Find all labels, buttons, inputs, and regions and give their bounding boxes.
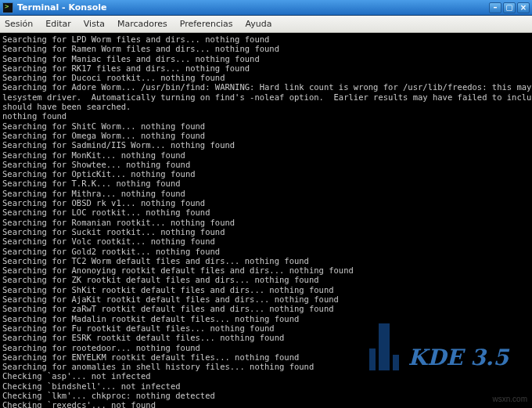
terminal-line: Searching for Gold2 rootkit... nothing f… bbox=[2, 247, 530, 256]
terminal-line: Searching for Fu rootkit default files..… bbox=[2, 323, 530, 333]
terminal-line: Searching for LPD Worm files and dirs...… bbox=[2, 34, 530, 44]
menu-session[interactable]: Sesión bbox=[5, 19, 33, 29]
terminal-output[interactable]: Searching for LPD Worm files and dirs...… bbox=[0, 33, 532, 408]
minimize-button[interactable]: – bbox=[489, 2, 501, 13]
terminal-line: Searching for Showtee... nothing found bbox=[2, 160, 530, 169]
terminal-line: Searching for zaRwT rootkit default file… bbox=[2, 304, 530, 313]
terminal-line: Checking `asp'... not infected bbox=[2, 371, 530, 381]
terminal-line: Searching for ENYELKM rootkit default fi… bbox=[2, 352, 530, 362]
maximize-button[interactable]: ▢ bbox=[503, 2, 516, 13]
terminal-line: Searching for AjaKit rootkit default fil… bbox=[2, 294, 530, 304]
terminal-line: lesystem driver. Automatically turning o… bbox=[2, 92, 530, 102]
terminal-icon bbox=[2, 2, 13, 13]
terminal-line: Checking `rexedcs'... not found bbox=[2, 400, 530, 408]
menu-preferences[interactable]: Preferencias bbox=[180, 19, 233, 29]
menu-bookmarks[interactable]: Marcadores bbox=[117, 19, 167, 29]
terminal-line: Checking `lkm'... chkproc: nothing detec… bbox=[2, 391, 530, 400]
terminal-line: Searching for Romanian rootkit... nothin… bbox=[2, 218, 530, 227]
terminal-line: Searching for Sadmind/IIS Worm... nothin… bbox=[2, 140, 530, 150]
terminal-line: Searching for Madalin rootkit default fi… bbox=[2, 314, 530, 323]
terminal-line: Searching for MonKit... nothing found bbox=[2, 150, 530, 160]
terminal-line: Searching for Adore Worm... /usr/bin/fin… bbox=[2, 82, 530, 92]
terminal-line: Searching for Omega Worm... nothing foun… bbox=[2, 131, 530, 140]
terminal-line: Searching for LOC rootkit... nothing fou… bbox=[2, 208, 530, 217]
terminal-line: Searching for Maniac files and dirs... n… bbox=[2, 54, 530, 63]
menu-view[interactable]: Vista bbox=[84, 19, 105, 29]
terminal-line: Searching for RK17 files and dirs... not… bbox=[2, 63, 530, 73]
terminal-line: Searching for Ramen Worm files and dirs.… bbox=[2, 44, 530, 53]
terminal-line: Checking `bindshell'... not infected bbox=[2, 381, 530, 391]
terminal-line: nothing found bbox=[2, 111, 530, 121]
terminal-line: Searching for OBSD rk v1... nothing foun… bbox=[2, 198, 530, 208]
terminal-line: Searching for Ducoci rootkit... nothing … bbox=[2, 73, 530, 82]
terminal-line: Searching for anomalies in shell history… bbox=[2, 362, 530, 371]
menubar: Sesión Editar Vista Marcadores Preferenc… bbox=[0, 16, 532, 33]
terminal-line: Searching for OpticKit... nothing found bbox=[2, 169, 530, 179]
window-title: Terminal - Konsole bbox=[17, 2, 106, 13]
terminal-line: Searching for Anonoying rootkit default … bbox=[2, 265, 530, 275]
menu-edit[interactable]: Editar bbox=[45, 19, 71, 29]
terminal-line: Searching for rootedoor... nothing found bbox=[2, 343, 530, 352]
terminal-line: should have been searched. bbox=[2, 102, 530, 111]
close-button[interactable]: × bbox=[517, 2, 530, 13]
terminal-line: Searching for ShKit rootkit default file… bbox=[2, 285, 530, 294]
terminal-line: Searching for T.R.K... nothing found bbox=[2, 179, 530, 188]
menu-help[interactable]: Ayuda bbox=[245, 19, 271, 29]
terminal-line: Searching for Mithra... nothing found bbox=[2, 189, 530, 198]
terminal-line: Searching for Volc rootkit... nothing fo… bbox=[2, 236, 530, 246]
terminal-line: Searching for ESRK rootkit default files… bbox=[2, 333, 530, 342]
terminal-line: Searching for Suckit rootkit... nothing … bbox=[2, 227, 530, 236]
titlebar: Terminal - Konsole – ▢ × bbox=[0, 0, 532, 16]
terminal-line: Searching for TC2 Worm default files and… bbox=[2, 256, 530, 265]
terminal-line: Searching for ShitC Worm... nothing foun… bbox=[2, 121, 530, 131]
terminal-line: Searching for ZK rootkit default files a… bbox=[2, 275, 530, 284]
